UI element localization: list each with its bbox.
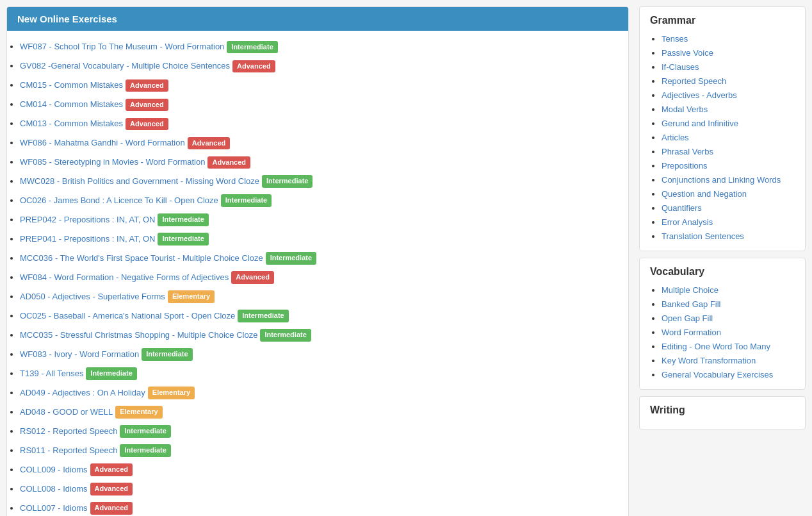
sidebar-item: Banked Gap Fill — [662, 297, 795, 311]
level-badge: Advanced — [188, 137, 231, 149]
exercise-link[interactable]: COLL008 - Idioms — [20, 484, 88, 494]
list-item: MCC035 - Stressful Christmas Shopping - … — [20, 326, 622, 345]
exercise-link[interactable]: RS011 - Reported Speech — [20, 445, 117, 455]
exercise-link[interactable]: WF087 - School Trip To The Museum - Word… — [20, 42, 224, 51]
sidebar-link[interactable]: Word Formation — [662, 328, 721, 337]
exercise-link[interactable]: PREP042 - Prepositions : IN, AT, ON — [20, 215, 155, 224]
sidebar-link[interactable]: Adjectives - Adverbs — [662, 90, 737, 100]
sidebar-item: Articles — [662, 130, 795, 144]
exercise-link[interactable]: PREP041 - Prepositions : IN, AT, ON — [20, 234, 155, 244]
sidebar-item: Passive Voice — [662, 46, 795, 60]
sidebar-item: Error Analysis — [662, 215, 795, 229]
list-item: COLL009 - IdiomsAdvanced — [20, 460, 622, 479]
exercise-link[interactable]: WF083 - Ivory - Word Formation — [20, 349, 139, 359]
exercise-link[interactable]: WF086 - Mahatma Gandhi - Word Formation — [20, 138, 185, 147]
sidebar-link[interactable]: Open Gap Fill — [662, 313, 713, 323]
level-badge: Intermediate — [158, 213, 208, 226]
sidebar-link[interactable]: Editing - One Word Too Many — [662, 342, 770, 351]
sidebar-link[interactable]: Question and Negation — [662, 189, 747, 199]
writing-section: Writing — [639, 396, 806, 429]
sidebar-link[interactable]: Error Analysis — [662, 217, 713, 227]
list-item: CM014 - Common MistakesAdvanced — [20, 95, 622, 114]
grammar-title: Grammar — [650, 15, 795, 26]
list-item: MCC036 - The World's First Space Tourist… — [20, 249, 622, 268]
exercise-link[interactable]: CM014 - Common Mistakes — [20, 99, 123, 109]
level-badge: Elementary — [148, 387, 195, 399]
exercises-list: WF087 - School Trip To The Museum - Word… — [7, 31, 628, 516]
sidebar-link[interactable]: Key Word Transformation — [662, 356, 756, 365]
sidebar-item: Multiple Choice — [662, 283, 795, 297]
sidebar-item: Open Gap Fill — [662, 311, 795, 325]
sidebar-link[interactable]: Phrasal Verbs — [662, 147, 713, 156]
list-item: CM013 - Common MistakesAdvanced — [20, 114, 622, 133]
list-item: COLL007 - IdiomsAdvanced — [20, 499, 622, 516]
sidebar-link[interactable]: Prepositions — [662, 161, 708, 171]
exercise-link[interactable]: MWC028 - British Politics and Government… — [20, 176, 259, 186]
sidebar-link[interactable]: Gerund and Infinitive — [662, 119, 738, 128]
exercise-link[interactable]: CM013 - Common Mistakes — [20, 119, 123, 128]
level-badge: Advanced — [126, 99, 168, 111]
level-badge: Advanced — [231, 271, 274, 283]
exercises-box: New Online Exercises WF087 - School Trip… — [6, 6, 629, 516]
grammar-section: Grammar TensesPassive VoiceIf-ClausesRep… — [639, 6, 806, 251]
sidebar-link[interactable]: Banked Gap Fill — [662, 299, 721, 309]
list-item: WF084 - Word Formation - Negative Forms … — [20, 268, 622, 287]
list-item: WF083 - Ivory - Word FormationIntermedia… — [20, 345, 622, 364]
list-item: AD050 - Adjectives - Superlative FormsEl… — [20, 287, 622, 306]
vocabulary-title: Vocabulary — [650, 266, 795, 278]
list-item: COLL008 - IdiomsAdvanced — [20, 479, 622, 499]
sidebar-link[interactable]: Multiple Choice — [662, 285, 719, 295]
list-item: OC025 - Baseball - America's National Sp… — [20, 306, 622, 326]
exercise-link[interactable]: WF085 - Stereotyping in Movies - Word Fo… — [20, 157, 205, 167]
sidebar-link[interactable]: Articles — [662, 133, 689, 142]
exercise-link[interactable]: AD048 - GOOD or WELL — [20, 407, 113, 417]
sidebar-item: If-Clauses — [662, 60, 795, 74]
list-item: WF085 - Stereotyping in Movies - Word Fo… — [20, 153, 622, 172]
list-item: CM015 - Common MistakesAdvanced — [20, 76, 622, 95]
exercise-link[interactable]: MCC035 - Stressful Christmas Shopping - … — [20, 330, 257, 340]
level-badge: Intermediate — [260, 329, 311, 341]
sidebar-item: Adjectives - Adverbs — [662, 88, 795, 102]
exercise-link[interactable]: MCC036 - The World's First Space Tourist… — [20, 253, 263, 263]
sidebar-link[interactable]: General Vocabulary Exercises — [662, 370, 773, 379]
sidebar-link[interactable]: Passive Voice — [662, 48, 713, 58]
sidebar-item: Tenses — [662, 31, 795, 46]
exercise-link[interactable]: AD050 - Adjectives - Superlative Forms — [20, 292, 165, 301]
exercise-link[interactable]: T139 - All Tenses — [20, 369, 83, 378]
exercise-link[interactable]: OC025 - Baseball - America's National Sp… — [20, 311, 235, 320]
list-item: WF087 - School Trip To The Museum - Word… — [20, 37, 622, 56]
sidebar-link[interactable]: Quantifiers — [662, 203, 702, 213]
sidebar-item: Reported Speech — [662, 74, 795, 88]
level-badge: Advanced — [90, 483, 133, 495]
level-badge: Advanced — [90, 502, 133, 514]
exercise-link[interactable]: COLL007 - Idioms — [20, 503, 88, 513]
exercise-link[interactable]: COLL009 - Idioms — [20, 465, 88, 474]
level-badge: Intermediate — [158, 233, 208, 245]
sidebar-link[interactable]: Modal Verbs — [662, 104, 708, 114]
list-item: RS011 - Reported SpeechIntermediate — [20, 441, 622, 460]
list-item: PREP042 - Prepositions : IN, AT, ONInter… — [20, 210, 622, 229]
level-badge: Intermediate — [120, 444, 170, 456]
exercise-link[interactable]: WF084 - Word Formation - Negative Forms … — [20, 272, 229, 282]
exercise-link[interactable]: CM015 - Common Mistakes — [20, 80, 123, 90]
sidebar-item: Quantifiers — [662, 201, 795, 215]
list-item: T139 - All TensesIntermediate — [20, 364, 622, 383]
level-badge: Intermediate — [221, 194, 272, 206]
sidebar-link[interactable]: If-Clauses — [662, 62, 699, 72]
exercise-link[interactable]: AD049 - Adjectives : On A Holiday — [20, 388, 145, 397]
level-badge: Advanced — [126, 79, 168, 92]
level-badge: Intermediate — [142, 348, 192, 360]
sidebar-link[interactable]: Translation Sentences — [662, 231, 744, 241]
main-panel: New Online Exercises WF087 - School Trip… — [6, 6, 629, 516]
exercises-title: New Online Exercises — [17, 13, 117, 24]
sidebar: Grammar TensesPassive VoiceIf-ClausesRep… — [639, 6, 806, 516]
sidebar-link[interactable]: Conjunctions and Linking Words — [662, 175, 781, 185]
sidebar-link[interactable]: Tenses — [662, 34, 688, 44]
level-badge: Advanced — [126, 118, 168, 130]
exercise-link[interactable]: RS012 - Reported Speech — [20, 426, 117, 436]
vocabulary-section: Vocabulary Multiple ChoiceBanked Gap Fil… — [639, 258, 806, 390]
exercise-link[interactable]: OC026 - James Bond : A Licence To Kill -… — [20, 196, 218, 205]
sidebar-item: Word Formation — [662, 325, 795, 339]
sidebar-link[interactable]: Reported Speech — [662, 76, 726, 86]
exercise-link[interactable]: GV082 -General Vocabulary - Multiple Cho… — [20, 61, 230, 71]
